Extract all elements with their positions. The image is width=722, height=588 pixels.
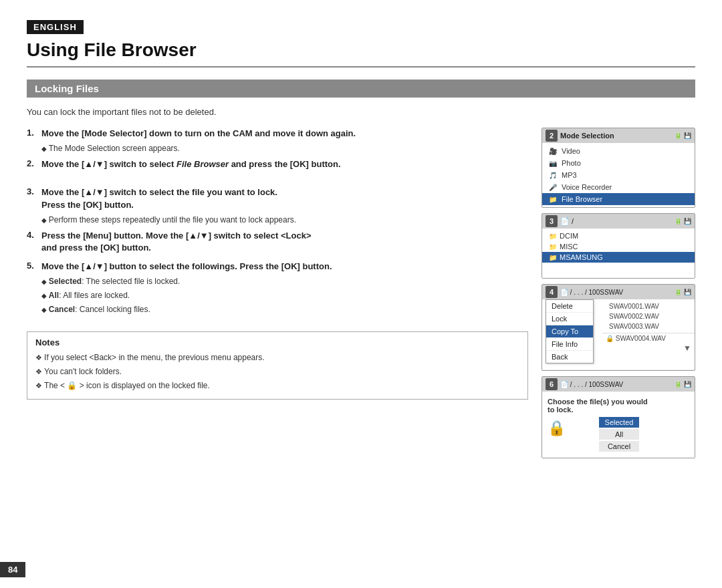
step-2: 2. Move the [▲/▼] switch to select File … — [27, 158, 528, 170]
lock-option-all[interactable]: All — [599, 429, 639, 440]
screen-6-inner: Choose the file(s) you wouldto lock. 🔒 S… — [542, 394, 695, 456]
step-1: 1. Move the [Mode Selector] down to turn… — [27, 128, 528, 154]
bullet-all: All: All files are locked. — [41, 289, 528, 301]
menu-item-video: 🎥Video — [542, 145, 695, 157]
step-5-number: 5. — [27, 261, 37, 271]
right-screenshots: 2 Mode Selection 🔋 💾 🎥Video 📷Photo 🎵MP3 … — [542, 128, 695, 458]
menu-back: Back — [546, 351, 593, 363]
screen-6-header: 6 📄 / . . . / 100SSWAV 🔋 💾 — [542, 377, 695, 392]
left-content: 1. Move the [Mode Selector] down to turn… — [27, 128, 542, 458]
menu-file-info: File Info — [546, 338, 593, 351]
step-2-number: 2. — [27, 158, 37, 168]
bullet-selected: Selected: The selected file is locked. — [41, 275, 528, 287]
intro-text: You can lock the important files not to … — [27, 107, 695, 117]
step-1-number: 1. — [27, 128, 37, 138]
screen-3-path: 📄 / — [560, 217, 675, 226]
folder-dcim: DCIM — [542, 231, 695, 241]
file-1: SWAV0001.WAV — [602, 301, 695, 311]
step-3-sub: Perform these steps repeatedly until the… — [41, 214, 528, 226]
screen-6-num: 6 — [546, 378, 558, 390]
lock-icon: 🔒 — [548, 417, 566, 437]
lock-option-selected[interactable]: Selected — [599, 417, 639, 428]
step-4-text: Press the [Menu] button. Move the [▲/▼] … — [41, 230, 312, 254]
screen-2-icons: 🔋 💾 — [675, 132, 691, 139]
menu-item-voice-recorder: 🎤Voice Recorder — [542, 181, 695, 193]
step-3: 3. Move the [▲/▼] switch to select the f… — [27, 186, 528, 225]
menu-item-mp3: 🎵MP3 — [542, 169, 695, 181]
folder-msamsung: 📁MSAMSUNG — [542, 252, 695, 263]
lock-options: Selected All Cancel — [579, 417, 639, 452]
page-title: Using File Browser — [27, 39, 695, 67]
menu-copy-to: Copy To — [546, 325, 593, 338]
screen-2: 2 Mode Selection 🔋 💾 🎥Video 📷Photo 🎵MP3 … — [542, 128, 695, 208]
menu-delete: Delete — [546, 300, 593, 313]
lock-choose-text: Choose the file(s) you wouldto lock. — [548, 398, 689, 414]
step-4-number: 4. — [27, 230, 37, 240]
screen-2-title: Mode Selection — [560, 132, 675, 140]
screen-6-path: 📄 / . . . / 100SSWAV — [560, 381, 675, 388]
notes-box: Notes If you select <Back> in the menu, … — [27, 331, 528, 400]
step-1-sub: The Mode Selection screen appears. — [41, 142, 528, 154]
step-1-text: Move the [Mode Selector] down to turn on… — [41, 128, 356, 140]
page-container: ENGLISH Using File Browser Locking Files… — [0, 0, 722, 588]
screen-3-body: DCIM MISC 📁MSAMSUNG — [542, 229, 695, 278]
menu-item-file-browser: 📁File Browser — [542, 193, 695, 205]
screen-3-num: 3 — [546, 215, 558, 227]
screen-4-icons: 🔋 💾 — [675, 289, 691, 295]
screen-6-body: Choose the file(s) you wouldto lock. 🔒 S… — [542, 392, 695, 458]
notes-item-2: You can't lock folders. — [35, 365, 519, 378]
menu-lock: Lock — [546, 313, 593, 325]
step-3-text: Move the [▲/▼] switch to select the file… — [41, 186, 277, 210]
notes-title: Notes — [35, 337, 519, 347]
lock-box: Choose the file(s) you wouldto lock. 🔒 S… — [542, 394, 695, 456]
screen-2-header: 2 Mode Selection 🔋 💾 — [542, 128, 695, 143]
screen-6: 6 📄 / . . . / 100SSWAV 🔋 💾 Choose the fi… — [542, 376, 695, 458]
screen-2-num: 2 — [546, 130, 558, 142]
step-2-text: Move the [▲/▼] switch to select File Bro… — [41, 158, 341, 170]
main-layout: 1. Move the [Mode Selector] down to turn… — [27, 128, 695, 458]
screen-2-body: 🎥Video 📷Photo 🎵MP3 🎤Voice Recorder 📁File… — [542, 143, 695, 207]
scroll-indicator: ▼ — [602, 343, 695, 353]
file-2: SWAV0002.WAV — [602, 311, 695, 321]
menu-item-photo: 📷Photo — [542, 157, 695, 169]
notes-item-1: If you select <Back> in the menu, the pr… — [35, 351, 519, 363]
file-3: SWAV0003.WAV — [602, 321, 695, 331]
file-4: 🔒 SWAV0004.WAV — [602, 333, 695, 343]
screen-4-body: Delete Lock Copy To File Info Back SWAV0… — [542, 299, 695, 370]
section-header: Locking Files — [27, 80, 695, 98]
lock-options-row: 🔒 Selected All Cancel — [548, 417, 689, 452]
screen-6-icons: 🔋 💾 — [675, 381, 691, 388]
screen-4: 4 📄 / . . . / 100SSWAV 🔋 💾 Delete Lock C… — [542, 284, 695, 371]
screen-4-num: 4 — [546, 286, 558, 298]
step-3-number: 3. — [27, 186, 37, 196]
step-4: 4. Press the [Menu] button. Move the [▲/… — [27, 230, 528, 254]
screen-3-header: 3 📄 / 🔋 💾 — [542, 214, 695, 229]
screen-4-path: 📄 / . . . / 100SSWAV — [560, 289, 675, 296]
screen-4-header: 4 📄 / . . . / 100SSWAV 🔋 💾 — [542, 285, 695, 299]
page-number: 84 — [0, 562, 25, 577]
notes-item-3: The < 🔒 > icon is displayed on the locke… — [35, 380, 519, 392]
screen-3-icons: 🔋 💾 — [675, 218, 691, 225]
bullet-cancel: Cancel: Cancel locking files. — [41, 303, 528, 315]
lock-option-cancel[interactable]: Cancel — [599, 441, 639, 452]
language-badge: ENGLISH — [27, 20, 84, 34]
step-5: 5. Move the [▲/▼] button to select the f… — [27, 261, 528, 315]
step-5-text: Move the [▲/▼] button to select the foll… — [41, 261, 332, 273]
folder-misc: MISC — [542, 241, 695, 252]
file-context-menu: Delete Lock Copy To File Info Back — [546, 299, 594, 363]
screen-3: 3 📄 / 🔋 💾 DCIM MISC 📁MSAMSUNG — [542, 213, 695, 279]
